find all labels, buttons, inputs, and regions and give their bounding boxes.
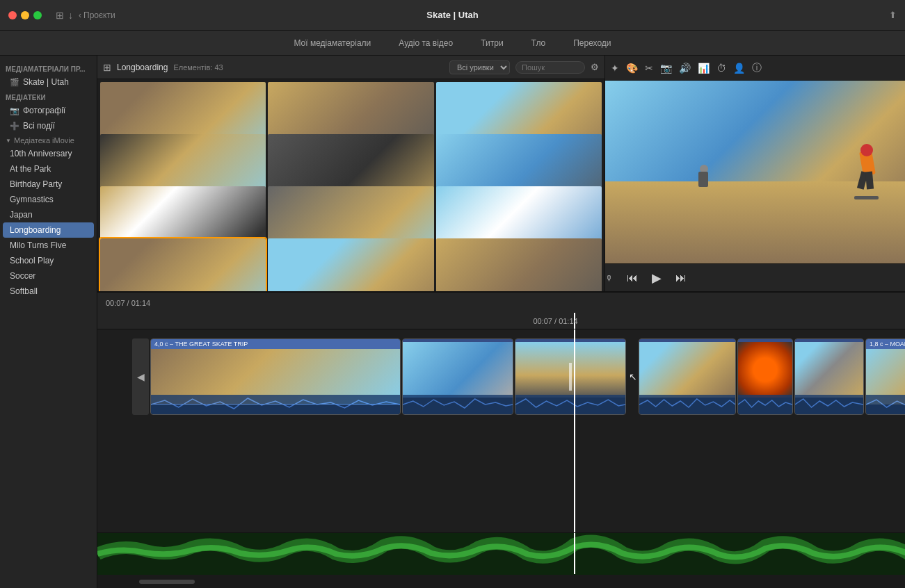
timeline-area: 00:07 / 01:14 ◀ 4,0 с – THE GREAT SKATE … (97, 313, 905, 588)
sidebar-item-longboarding[interactable]: Longboarding (3, 222, 94, 238)
camera-icon[interactable]: 📷 (660, 63, 672, 74)
back-label: Проєкти (83, 10, 115, 20)
info-icon[interactable]: ⓘ (752, 62, 762, 74)
skip-back-button[interactable]: ⏮ (627, 272, 638, 284)
timeline-clip-6[interactable] (794, 338, 864, 415)
thumbnail-item-11[interactable] (436, 238, 602, 291)
speed-icon[interactable]: ⏱ (716, 63, 726, 74)
clip-title-1: 4,0 с – THE GREAT SKATE TRIP (151, 339, 400, 349)
person-icon[interactable]: 👤 (733, 63, 745, 74)
browser-panel: ⊞ Longboarding Елементів: 43 Всі уривки … (97, 56, 905, 292)
preview-toolbar: ✦ 🎨 ✂ 📷 🔊 📊 ⏱ 👤 ⓘ Скинути всі (605, 56, 905, 81)
top-toolbar: Мої медіаматеріали Аудіо та відео Титри … (0, 31, 905, 56)
color-icon[interactable]: 🎨 (626, 63, 638, 74)
sidebar-item-project[interactable]: 🎬 Skate | Utah (0, 74, 97, 90)
timecode-display: 00:07 / 01:14 (106, 299, 150, 307)
close-button[interactable] (8, 11, 17, 19)
mic-icon[interactable]: 🎙 (605, 274, 613, 282)
sidebar-item-softball[interactable]: Softball (0, 284, 97, 299)
import-icon[interactable]: ↓ (68, 10, 73, 21)
wave-svg-6 (795, 395, 863, 414)
imovie-library-label[interactable]: ▼ Медіатека iMovie (0, 133, 97, 146)
timeline-scrollbar[interactable] (139, 580, 195, 584)
clips-selector[interactable]: Всі уривки (449, 60, 510, 74)
clip-video-2 (403, 342, 513, 398)
playhead-cursor: ↖ (627, 371, 637, 382)
wave-svg-3 (515, 395, 625, 414)
play-pause-button[interactable]: ▶ (652, 270, 662, 286)
clip-audio-6 (795, 395, 863, 414)
tab-transitions[interactable]: Переходи (568, 35, 616, 51)
chevron-left-icon: ‹ (79, 10, 81, 20)
sidebar-item-japan[interactable]: Japan (0, 207, 97, 222)
tab-titles[interactable]: Титри (475, 35, 508, 51)
clip-audio-7 (866, 395, 905, 414)
clip-video-6 (795, 342, 863, 398)
grid-view-icon[interactable]: ⊞ (103, 62, 111, 73)
maximize-button[interactable] (33, 11, 42, 19)
media-library-title: Longboarding (117, 63, 168, 72)
sidebar-item-photos[interactable]: 📷 Фотографії (0, 103, 97, 118)
wand-icon[interactable]: ✦ (611, 63, 619, 74)
preview-panel: ✦ 🎨 ✂ 📷 🔊 📊 ⏱ 👤 ⓘ Скинути всі (605, 56, 905, 291)
wave-svg-2 (403, 395, 513, 414)
sidebar-item-10th[interactable]: 10th Anniversary (0, 146, 97, 161)
window-title: Skate | Utah (426, 10, 478, 20)
search-input[interactable] (515, 61, 585, 74)
timeline-clip-5[interactable] (737, 338, 793, 415)
media-browser-toolbar: ⊞ Longboarding Елементів: 43 Всі уривки … (97, 56, 604, 79)
main-layout: МЕДІАМАТЕРІАЛИ ПР... 🎬 Skate | Utah МЕДІ… (0, 56, 905, 588)
gear-icon[interactable]: ⚙ (591, 62, 599, 72)
clip-audio-3 (515, 395, 625, 414)
sidebar-item-school[interactable]: School Play (0, 253, 97, 268)
clip-title-7: 1,8 с – МОАБ (866, 339, 905, 349)
sidebar-item-park[interactable]: At the Park (0, 161, 97, 177)
content-area: ⊞ Longboarding Елементів: 43 Всі уривки … (97, 56, 905, 588)
crop-icon[interactable]: ✂ (645, 63, 653, 74)
sidebar-item-soccer[interactable]: Soccer (0, 268, 97, 284)
sidebar-all-events-label: Всі події (23, 121, 55, 131)
thumbnail-item-10[interactable] (268, 238, 433, 291)
sidebar-media-section-label: МЕДІАМАТЕРІАЛИ ПР... (0, 61, 97, 74)
chart-icon[interactable]: 📊 (698, 63, 710, 74)
timeline-clip-2[interactable] (402, 338, 513, 415)
tab-backgrounds[interactable]: Тло (526, 35, 552, 51)
audio-icon[interactable]: 🔊 (679, 63, 691, 74)
sidebar-project-label: Skate | Utah (23, 77, 69, 87)
library-switcher-icon[interactable]: ⊞ (56, 10, 64, 21)
sidebar-item-gymnastics[interactable]: Gymnastics (0, 192, 97, 207)
export-button[interactable]: ⬆ (889, 10, 897, 20)
thumbnail-item-9[interactable] (100, 238, 266, 291)
all-events-icon: ➕ (10, 122, 19, 131)
export-icon: ⬆ (889, 10, 897, 20)
media-browser: ⊞ Longboarding Елементів: 43 Всі уривки … (97, 56, 605, 291)
sidebar-photos-label: Фотографії (23, 106, 65, 115)
params-bar: 00:07 / 01:14 ▲ Параметри (97, 292, 905, 313)
wave-svg-4 (639, 395, 735, 414)
sidebar: МЕДІАМАТЕРІАЛИ ПР... 🎬 Skate | Utah МЕДІ… (0, 56, 97, 588)
timeline-scrollbar-area (97, 574, 905, 588)
timeline-clip-1[interactable]: 4,0 с – THE GREAT SKATE TRIP (150, 338, 401, 415)
tab-media[interactable]: Мої медіаматеріали (288, 35, 376, 51)
imovie-library-text: Медіатека iMovie (14, 136, 74, 145)
sidebar-item-milo[interactable]: Milo Turns Five (0, 238, 97, 253)
timeline-clip-7[interactable]: 1,8 с – МОАБ (865, 338, 905, 415)
sidebar-item-all-events[interactable]: ➕ Всі події (0, 118, 97, 133)
thumbnail-grid (97, 79, 604, 291)
clip-audio-1 (151, 395, 400, 414)
tab-audio-video[interactable]: Аудіо та відео (393, 35, 458, 51)
clip-video-3 (515, 342, 625, 398)
audio-waveform (97, 533, 905, 575)
timeline-clip-4[interactable] (639, 338, 736, 415)
skateboarder-figure (851, 144, 892, 199)
back-button[interactable]: ‹ Проєкти (79, 10, 115, 20)
timeline-clip-3[interactable] (515, 338, 626, 415)
timeline-scroll-left[interactable]: ◀ (132, 338, 149, 415)
minimize-button[interactable] (21, 11, 29, 19)
timeline-clips[interactable]: ◀ 4,0 с – THE GREAT SKATE TRIP (97, 329, 905, 532)
preview-controls: 🎙 ⏮ ▶ ⏭ ↗ ⤢ (605, 263, 905, 291)
clip-audio-4 (639, 395, 735, 414)
skip-forward-button[interactable]: ⏭ (675, 272, 687, 284)
timeline-ruler: 00:07 / 01:14 (97, 313, 905, 329)
sidebar-item-birthday[interactable]: Birthday Party (0, 177, 97, 192)
